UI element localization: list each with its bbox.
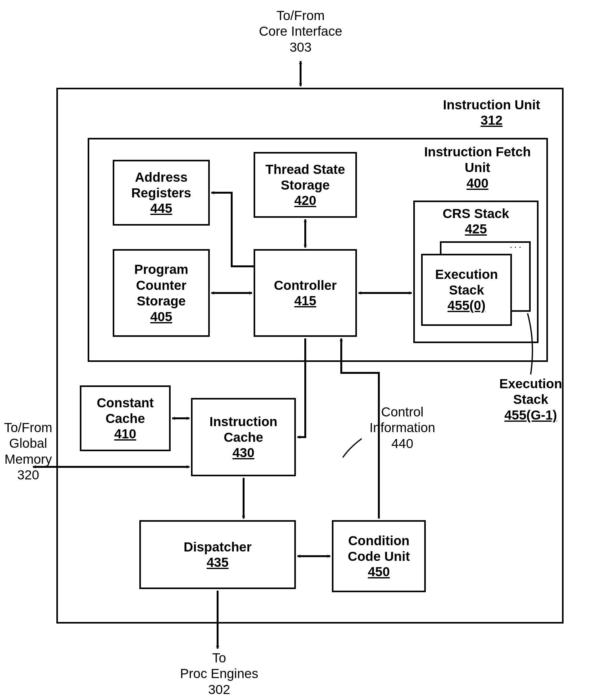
text: Address bbox=[135, 170, 188, 185]
text: Global bbox=[0, 436, 56, 451]
text: 445 bbox=[150, 201, 172, 216]
text: Instruction bbox=[209, 414, 277, 430]
text: 400 bbox=[413, 176, 542, 191]
global-mem-label: To/From Global Memory 320 bbox=[0, 420, 56, 483]
dispatcher-box: Dispatcher 435 bbox=[139, 520, 296, 589]
text: Core Interface bbox=[238, 24, 363, 39]
text: To/From bbox=[0, 420, 56, 436]
text: Stack bbox=[449, 282, 484, 298]
text: 320 bbox=[0, 467, 56, 483]
text: To bbox=[157, 650, 282, 666]
instruction-unit-label: Instruction Unit 312 bbox=[432, 97, 551, 128]
constant-cache-box: Constant Cache 410 bbox=[80, 385, 171, 451]
text: 415 bbox=[294, 293, 316, 308]
text: Code Unit bbox=[348, 549, 410, 564]
text: Instruction Unit bbox=[432, 97, 551, 113]
text: CRS Stack bbox=[443, 206, 509, 222]
text: Execution bbox=[479, 376, 582, 392]
instruction-cache-box: Instruction Cache 430 bbox=[191, 398, 296, 476]
text: 435 bbox=[207, 555, 229, 570]
condition-code-box: Condition Code Unit 450 bbox=[332, 520, 426, 592]
text: Stack bbox=[479, 392, 582, 407]
ellipsis-icon: ··· bbox=[510, 241, 523, 252]
bottom-external-label: To Proc Engines 302 bbox=[157, 650, 282, 698]
text: Program bbox=[134, 262, 189, 277]
text: 455(G-1) bbox=[479, 408, 582, 423]
control-info-label: Control Information 440 bbox=[357, 404, 448, 451]
text: 455(0) bbox=[447, 298, 485, 313]
text: To/From bbox=[238, 8, 363, 24]
text: 303 bbox=[238, 39, 363, 55]
address-registers-box: Address Registers 445 bbox=[113, 160, 210, 226]
program-counter-box: Program Counter Storage 405 bbox=[113, 249, 210, 337]
text: Memory bbox=[0, 451, 56, 467]
text: 410 bbox=[114, 427, 136, 442]
thread-state-box: Thread State Storage 420 bbox=[253, 152, 357, 218]
text: Constant bbox=[97, 395, 154, 411]
text: Registers bbox=[131, 185, 191, 201]
text: Cache bbox=[106, 411, 145, 427]
text: 440 bbox=[357, 436, 448, 451]
text: Cache bbox=[224, 430, 263, 445]
diagram-canvas: To/From Core Interface 303 Instruction U… bbox=[0, 0, 593, 700]
text: Proc Engines bbox=[157, 666, 282, 681]
text: Thread State bbox=[266, 162, 345, 177]
text: 405 bbox=[150, 309, 172, 324]
text: Storage bbox=[137, 293, 186, 309]
text: Dispatcher bbox=[184, 539, 251, 555]
text: 420 bbox=[294, 193, 316, 208]
text: Storage bbox=[281, 177, 330, 193]
text: Condition bbox=[348, 533, 409, 549]
text: Counter bbox=[136, 278, 187, 293]
text: Information bbox=[357, 420, 448, 436]
controller-box: Controller 415 bbox=[253, 249, 357, 337]
top-external-label: To/From Core Interface 303 bbox=[238, 8, 363, 55]
text: Instruction Fetch bbox=[413, 144, 542, 160]
text: 425 bbox=[465, 222, 487, 236]
exec-stack-g-label: Execution Stack 455(G-1) bbox=[479, 376, 582, 423]
text: 302 bbox=[157, 682, 282, 698]
exec-stack-0-box: Execution Stack 455(0) bbox=[421, 254, 512, 326]
text: 450 bbox=[368, 564, 390, 579]
text: Control bbox=[357, 404, 448, 420]
fetch-unit-label: Instruction Fetch Unit 400 bbox=[413, 144, 542, 191]
text: 312 bbox=[432, 113, 551, 128]
text: Unit bbox=[413, 160, 542, 176]
text: Execution bbox=[435, 267, 498, 282]
text: 430 bbox=[232, 445, 254, 460]
text: Controller bbox=[274, 278, 337, 293]
